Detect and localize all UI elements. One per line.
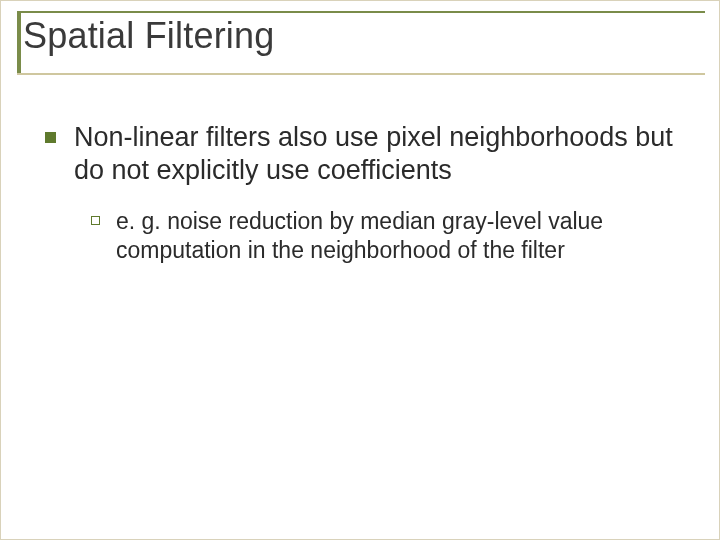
bullet-solid-icon <box>45 132 56 143</box>
title-rule-bottom <box>17 73 705 75</box>
list-item-text: Non-linear filters also use pixel neighb… <box>74 121 685 187</box>
slide: Spatial Filtering Non-linear filters als… <box>0 0 720 540</box>
list-item: Non-linear filters also use pixel neighb… <box>45 121 685 187</box>
title-rule-top <box>17 11 705 13</box>
list-subitem-text: e. g. noise reduction by median gray-lev… <box>116 207 685 265</box>
slide-title: Spatial Filtering <box>17 11 705 67</box>
bullet-outline-icon <box>91 216 100 225</box>
slide-body: Non-linear filters also use pixel neighb… <box>45 121 685 264</box>
title-rule-left <box>17 13 21 73</box>
list-subitem: e. g. noise reduction by median gray-lev… <box>91 207 685 265</box>
title-block: Spatial Filtering <box>17 11 705 67</box>
